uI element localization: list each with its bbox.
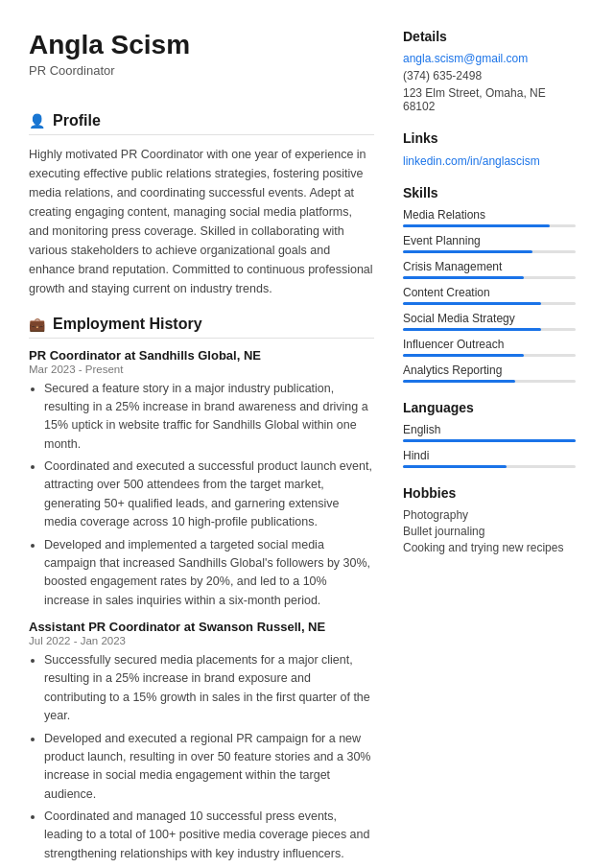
employment-section-title: 💼 Employment History — [29, 316, 374, 339]
job-title-2: Assistant PR Coordinator at Swanson Russ… — [29, 620, 374, 634]
detail-address: 123 Elm Street, Omaha, NE 68102 — [403, 86, 576, 113]
job-bullet: Developed and executed a regional PR cam… — [44, 730, 374, 805]
skill-label: Event Planning — [403, 234, 576, 247]
skill-item: Influencer Outreach — [403, 338, 576, 357]
email-link[interactable]: angla.scism@gmail.com — [403, 52, 528, 65]
job-bullets-2: Successfully secured media placements fo… — [29, 651, 374, 863]
skill-bar-bg — [403, 224, 576, 227]
profile-section-title: 👤 Profile — [29, 112, 374, 135]
job-bullet: Developed and implemented a targeted soc… — [44, 536, 374, 611]
job-entry-2: Assistant PR Coordinator at Swanson Russ… — [29, 620, 374, 863]
detail-phone: (374) 635-2498 — [403, 69, 576, 82]
employment-icon: 💼 — [29, 317, 45, 332]
hobby-item: Bullet journaling — [403, 525, 576, 538]
resume-header: Angla Scism PR Coordinator — [29, 29, 374, 95]
job-bullet: Coordinated and managed 10 successful pr… — [44, 808, 374, 863]
skill-bar-bg — [403, 328, 576, 331]
job-date-1: Mar 2023 - Present — [29, 364, 374, 375]
skill-item: Event Planning — [403, 234, 576, 253]
linkedin-link[interactable]: linkedin.com/in/anglascism — [403, 154, 540, 168]
job-bullets-1: Secured a feature story in a major indus… — [29, 380, 374, 611]
job-entry-1: PR Coordinator at Sandhills Global, NE M… — [29, 348, 374, 611]
candidate-title: PR Coordinator — [29, 63, 374, 78]
skill-bar-fill — [403, 380, 515, 383]
candidate-name: Angla Scism — [29, 29, 374, 61]
skill-bar-bg — [403, 380, 576, 383]
detail-email: angla.scism@gmail.com — [403, 52, 576, 65]
language-bar-fill — [403, 439, 576, 442]
job-bullet: Successfully secured media placements fo… — [44, 651, 374, 726]
hobby-item: Cooking and trying new recipes — [403, 541, 576, 554]
languages-container: English Hindi — [403, 423, 576, 468]
hobbies-container: PhotographyBullet journalingCooking and … — [403, 508, 576, 554]
skill-item: Analytics Reporting — [403, 364, 576, 383]
skill-item: Content Creation — [403, 286, 576, 305]
links-section: Links linkedin.com/in/anglascism — [403, 130, 576, 168]
skill-bar-bg — [403, 276, 576, 279]
skill-bar-bg — [403, 354, 576, 357]
skill-label: Content Creation — [403, 286, 576, 299]
skill-item: Crisis Management — [403, 260, 576, 279]
skill-item: Social Media Strategy — [403, 312, 576, 331]
details-title: Details — [403, 29, 576, 44]
skills-title: Skills — [403, 185, 576, 200]
hobbies-title: Hobbies — [403, 485, 576, 501]
profile-section: 👤 Profile Highly motivated PR Coordinato… — [29, 112, 374, 298]
languages-title: Languages — [403, 400, 576, 415]
skill-label: Media Relations — [403, 208, 576, 222]
skills-section: Skills Media Relations Event Planning Cr… — [403, 185, 576, 383]
skill-label: Social Media Strategy — [403, 312, 576, 325]
skill-bar-fill — [403, 224, 550, 227]
skill-label: Crisis Management — [403, 260, 576, 273]
job-date-2: Jul 2022 - Jan 2023 — [29, 635, 374, 646]
skill-label: Influencer Outreach — [403, 338, 576, 351]
skill-bar-fill — [403, 276, 524, 279]
language-label: Hindi — [403, 449, 576, 462]
job-bullet: Coordinated and executed a successful pr… — [44, 457, 374, 532]
details-section: Details angla.scism@gmail.com (374) 635-… — [403, 29, 576, 113]
hobby-item: Photography — [403, 508, 576, 522]
skill-bar-fill — [403, 328, 541, 331]
links-title: Links — [403, 130, 576, 146]
languages-section: Languages English Hindi — [403, 400, 576, 468]
skills-container: Media Relations Event Planning Crisis Ma… — [403, 208, 576, 383]
language-label: English — [403, 423, 576, 436]
skill-bar-bg — [403, 250, 576, 253]
hobbies-section: Hobbies PhotographyBullet journalingCook… — [403, 485, 576, 554]
language-bar-bg — [403, 439, 576, 442]
skill-label: Analytics Reporting — [403, 364, 576, 377]
job-title-1: PR Coordinator at Sandhills Global, NE — [29, 348, 374, 363]
job-bullet: Secured a feature story in a major indus… — [44, 380, 374, 455]
profile-text: Highly motivated PR Coordinator with one… — [29, 145, 374, 298]
skill-bar-fill — [403, 250, 532, 253]
skill-item: Media Relations — [403, 208, 576, 227]
profile-icon: 👤 — [29, 113, 45, 129]
employment-section: 💼 Employment History PR Coordinator at S… — [29, 316, 374, 864]
language-bar-fill — [403, 465, 507, 468]
language-item: Hindi — [403, 449, 576, 468]
language-bar-bg — [403, 465, 576, 468]
language-item: English — [403, 423, 576, 442]
skill-bar-bg — [403, 302, 576, 305]
skill-bar-fill — [403, 302, 541, 305]
skill-bar-fill — [403, 354, 524, 357]
